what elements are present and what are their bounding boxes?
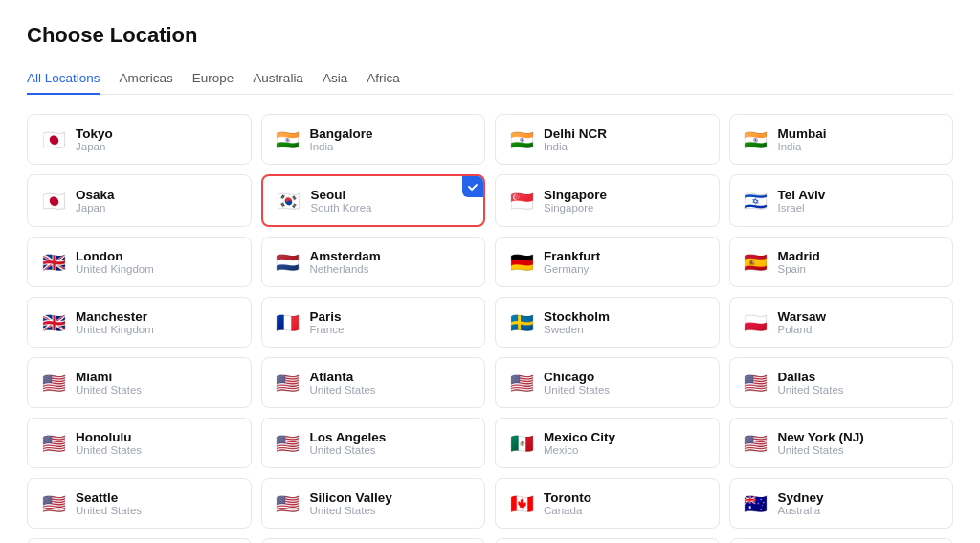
- tab-asia[interactable]: Asia: [323, 63, 347, 95]
- location-card[interactable]: 🇨🇦TorontoCanada: [495, 478, 720, 529]
- location-card[interactable]: 🇺🇸DallasUnited States: [729, 357, 954, 408]
- country-name: Spain: [778, 263, 940, 275]
- city-name: Silicon Valley: [310, 490, 472, 505]
- country-name: United States: [76, 444, 237, 456]
- city-name: Sydney: [778, 490, 940, 505]
- location-card[interactable]: 🇦🇺SydneyAustralia: [729, 478, 954, 529]
- city-name: Manchester: [76, 309, 237, 324]
- flag-icon: 🇮🇳: [509, 128, 534, 151]
- country-name: India: [544, 141, 705, 152]
- country-name: United States: [310, 505, 472, 516]
- city-name: Singapore: [544, 188, 705, 202]
- city-name: Seattle: [76, 490, 237, 505]
- country-name: Sweden: [544, 324, 705, 335]
- flag-icon: 🇯🇵: [41, 128, 66, 151]
- city-name: Osaka: [76, 188, 237, 202]
- location-card[interactable]: 🇪🇸MadridSpain: [729, 237, 954, 287]
- location-card[interactable]: 🇵🇱WarsawPoland: [729, 297, 954, 348]
- location-card[interactable]: 🇸🇬SingaporeSingapore: [495, 174, 720, 227]
- country-name: Australia: [778, 505, 940, 516]
- location-card[interactable]: 🇳🇱AmsterdamNetherlands: [261, 237, 486, 287]
- location-card[interactable]: 🇮🇱Tel AvivIsrael: [729, 174, 954, 227]
- city-name: Toronto: [544, 490, 705, 505]
- location-card[interactable]: 🇺🇸MiamiUnited States: [27, 357, 252, 408]
- tab-africa[interactable]: Africa: [367, 63, 400, 95]
- flag-icon: 🇬🇧: [41, 311, 66, 334]
- city-name: Frankfurt: [544, 249, 705, 263]
- country-name: Germany: [544, 263, 705, 275]
- country-name: Israel: [778, 202, 940, 214]
- country-name: Japan: [76, 141, 237, 152]
- flag-icon: 🇺🇸: [276, 492, 301, 515]
- country-name: United States: [310, 444, 472, 456]
- flag-icon: 🇺🇸: [509, 372, 534, 395]
- location-card[interactable]: 🇰🇷SeoulSouth Korea: [261, 174, 486, 227]
- city-name: Stockholm: [544, 309, 705, 324]
- location-card[interactable]: 🇺🇸AtlantaUnited States: [261, 357, 486, 408]
- location-card[interactable]: 🇯🇵TokyoJapan: [27, 114, 252, 165]
- country-name: United States: [310, 384, 472, 396]
- city-name: Dallas: [778, 370, 940, 384]
- country-name: Mexico: [544, 444, 705, 456]
- location-card[interactable]: 🇲🇽Mexico CityMexico: [495, 418, 720, 468]
- city-name: Warsaw: [778, 309, 940, 324]
- city-name: Delhi NCR: [544, 126, 705, 141]
- location-card[interactable]: 🇩🇪FrankfurtGermany: [495, 237, 720, 287]
- country-name: India: [310, 141, 472, 152]
- tab-americas[interactable]: Americas: [120, 63, 173, 95]
- city-name: Los Angeles: [310, 430, 472, 444]
- location-card[interactable]: 🇨🇱SantiagoChile: [495, 538, 720, 543]
- location-card[interactable]: 🇬🇧ManchesterUnited Kingdom: [27, 297, 252, 348]
- flag-icon: 🇪🇸: [744, 251, 768, 274]
- country-name: Netherlands: [310, 263, 472, 275]
- location-card[interactable]: 🇺🇸HonoluluUnited States: [27, 418, 252, 468]
- country-name: Japan: [76, 202, 237, 214]
- flag-icon: 🇺🇸: [41, 432, 66, 455]
- country-name: United Kingdom: [76, 263, 237, 275]
- country-name: Poland: [778, 324, 940, 335]
- city-name: Tel Aviv: [778, 188, 940, 202]
- location-card[interactable]: 🇿🇦JohannesburgSouth Africa: [261, 538, 486, 543]
- country-name: United States: [778, 384, 940, 396]
- location-card[interactable]: 🇫🇷ParisFrance: [261, 297, 486, 348]
- flag-icon: 🇺🇸: [744, 432, 768, 455]
- city-name: Tokyo: [76, 126, 237, 141]
- city-name: Madrid: [778, 249, 940, 263]
- city-name: Mexico City: [544, 430, 705, 444]
- flag-icon: 🇫🇷: [276, 311, 301, 334]
- location-card[interactable]: 🇺🇸Los AngelesUnited States: [261, 418, 486, 468]
- flag-icon: 🇮🇳: [276, 128, 301, 151]
- location-card[interactable]: 🇺🇸SeattleUnited States: [27, 478, 252, 529]
- location-card[interactable]: 🇺🇸New York (NJ)United States: [729, 418, 954, 468]
- country-name: United States: [76, 384, 237, 396]
- location-card[interactable]: 🇮🇳BangaloreIndia: [261, 114, 486, 165]
- city-name: Paris: [310, 309, 472, 324]
- location-card[interactable]: 🇦🇺MelbourneAustralia: [27, 538, 252, 543]
- selected-checkmark-icon: [462, 176, 483, 197]
- flag-icon: 🇺🇸: [276, 432, 301, 455]
- city-name: Mumbai: [778, 126, 940, 141]
- country-name: India: [778, 141, 940, 152]
- flag-icon: 🇲🇽: [509, 432, 534, 455]
- country-name: United States: [544, 384, 705, 396]
- country-name: Canada: [544, 505, 705, 516]
- flag-icon: 🇺🇸: [744, 372, 768, 395]
- location-card[interactable]: 🇸🇪StockholmSweden: [495, 297, 720, 348]
- flag-icon: 🇰🇷: [277, 190, 301, 213]
- location-card[interactable]: 🇬🇧LondonUnited Kingdom: [27, 237, 252, 287]
- location-card[interactable]: 🇯🇵OsakaJapan: [27, 174, 252, 227]
- location-card[interactable]: 🇮🇳Delhi NCRIndia: [495, 114, 720, 165]
- tab-europe[interactable]: Europe: [192, 63, 234, 95]
- tab-australia[interactable]: Australia: [253, 63, 303, 95]
- location-card[interactable]: 🇮🇳MumbaiIndia: [729, 114, 954, 165]
- location-card[interactable]: 🇺🇸Silicon ValleyUnited States: [261, 478, 486, 529]
- tab-all-locations[interactable]: All Locations: [27, 63, 100, 95]
- flag-icon: 🇮🇳: [744, 128, 768, 151]
- country-name: Singapore: [544, 202, 705, 214]
- flag-icon: 🇯🇵: [41, 190, 66, 213]
- flag-icon: 🇵🇱: [744, 311, 768, 334]
- location-card[interactable]: 🇧🇷São PauloBrazil: [729, 538, 954, 543]
- city-name: Honolulu: [76, 430, 237, 444]
- location-card[interactable]: 🇺🇸ChicagoUnited States: [495, 357, 720, 408]
- flag-icon: 🇺🇸: [41, 492, 66, 515]
